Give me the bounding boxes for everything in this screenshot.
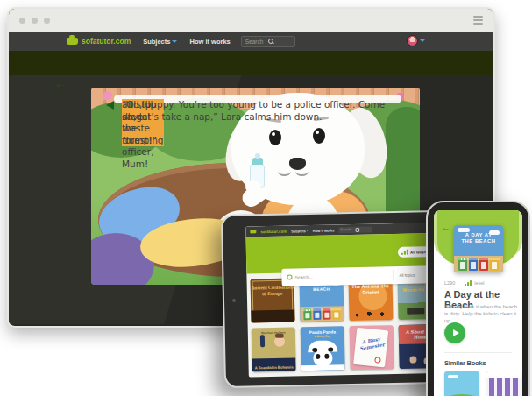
chevron-down-icon	[307, 230, 309, 231]
site-navbar: sofatutor.com Subjects How it works Sear…	[9, 32, 493, 51]
book-description: Nobody likes it when the beach is dirty.…	[444, 303, 518, 324]
book-grid: Ancient Civilisations of Europe A Day at…	[251, 275, 443, 372]
puppy-eye	[313, 128, 325, 144]
library-search-bar[interactable]: Search... All topics	[281, 265, 444, 286]
figure-art	[409, 357, 416, 364]
similar-books-heading: Similar Books	[444, 359, 486, 367]
sofa-icon	[67, 38, 78, 45]
back-arrow-icon[interactable]: ←	[441, 222, 450, 232]
sofatutor-logo[interactable]: sofatutor.com	[67, 37, 131, 46]
baby-bottle-nipple	[255, 153, 260, 159]
puppy-mouth	[278, 166, 291, 176]
level-icon	[465, 280, 472, 286]
similar-book-cover[interactable]	[486, 371, 521, 396]
cover-art	[251, 309, 294, 322]
flower-art	[103, 91, 112, 100]
user-menu[interactable]	[407, 35, 425, 46]
chevron-down-icon	[172, 40, 177, 43]
logo-text[interactable]: sofatutor.com	[260, 229, 287, 234]
cover-art	[274, 336, 285, 347]
cloud-art	[458, 228, 470, 232]
book-cover-detail: A DAY AT THE BEACH	[454, 225, 503, 272]
book-title: The Ant and The Cricket	[349, 283, 393, 295]
divider	[444, 352, 512, 353]
avatar[interactable]	[407, 35, 418, 46]
back-arrow-icon[interactable]: ←	[54, 75, 67, 90]
level-label: level	[474, 280, 484, 286]
window-dot[interactable]	[32, 18, 38, 24]
level-row: L290 level	[444, 280, 485, 286]
levels-icon	[401, 250, 408, 255]
bins-art	[300, 306, 344, 322]
bins-art	[454, 256, 503, 272]
story-text-box: “Then I’ll be the police officer, Mum! I…	[114, 95, 401, 103]
book-subtitle: Sherlock Holmes	[252, 330, 295, 335]
search-icon	[355, 228, 370, 231]
nav-how-it-works[interactable]: How it works	[313, 228, 335, 233]
search-icon[interactable]	[268, 39, 291, 44]
cover-art	[301, 364, 345, 371]
cover-art	[260, 335, 265, 347]
cloud-art	[448, 375, 458, 378]
lexile-code: L290	[444, 280, 455, 286]
browser-titlebar	[9, 9, 493, 32]
search-field[interactable]: Search...	[281, 272, 393, 280]
search-placeholder: Search	[245, 39, 268, 45]
phone-device: ← A DAY AT THE BEACH L290 level A Day at…	[426, 201, 530, 396]
puppy-eye	[269, 130, 281, 145]
book-cover[interactable]: Panda Panda A Rainy Day	[301, 326, 345, 371]
window-dot[interactable]	[44, 18, 50, 24]
search-icon	[287, 274, 292, 279]
nav-subjects[interactable]: Subjects	[143, 38, 177, 46]
book-subtitle: A Rainy Day	[301, 334, 344, 338]
play-button[interactable]	[444, 322, 465, 343]
similar-book-cover[interactable]: Bob's	[444, 371, 479, 396]
cloud-art	[489, 230, 500, 235]
nav-subjects[interactable]: Subjects	[291, 229, 309, 233]
baby-bottle-cap	[252, 158, 263, 165]
puppy-mouth	[295, 166, 309, 176]
puppy-paw	[245, 180, 261, 194]
story-paragraph-2: “Oh, puppy. You’re too young to be a pol…	[122, 99, 401, 123]
speech-marker-icon	[106, 101, 114, 110]
play-icon	[453, 329, 459, 336]
ants-art	[352, 309, 389, 317]
phone-screen: ← A DAY AT THE BEACH L290 level A Day at…	[434, 210, 522, 396]
book-cover[interactable]: A Busy Semester	[350, 325, 394, 370]
search-placeholder: Search...	[294, 274, 312, 279]
search-input[interactable]: Search	[338, 226, 372, 233]
tablet-camera	[232, 299, 236, 302]
book-title: A Scandal in Bohemia	[252, 364, 296, 370]
logo-text: sofatutor.com	[82, 37, 131, 46]
marketing-composite: sofatutor.com Subjects How it works Sear…	[0, 0, 532, 396]
window-controls[interactable]	[19, 18, 50, 24]
book-cover[interactable]: Sherlock Holmes A Scandal in Bohemia	[252, 327, 296, 371]
page-header-band	[9, 51, 493, 75]
nav-how-it-works[interactable]: How it works	[189, 38, 230, 46]
sofa-icon	[250, 230, 256, 234]
similar-books-row: Bob's	[444, 371, 521, 396]
cover-art	[486, 371, 521, 378]
chevron-down-icon	[420, 39, 425, 42]
hamburger-icon[interactable]	[473, 16, 483, 25]
cart-art	[407, 308, 424, 314]
search-input[interactable]: Search	[241, 36, 295, 47]
window-dot[interactable]	[19, 18, 25, 24]
